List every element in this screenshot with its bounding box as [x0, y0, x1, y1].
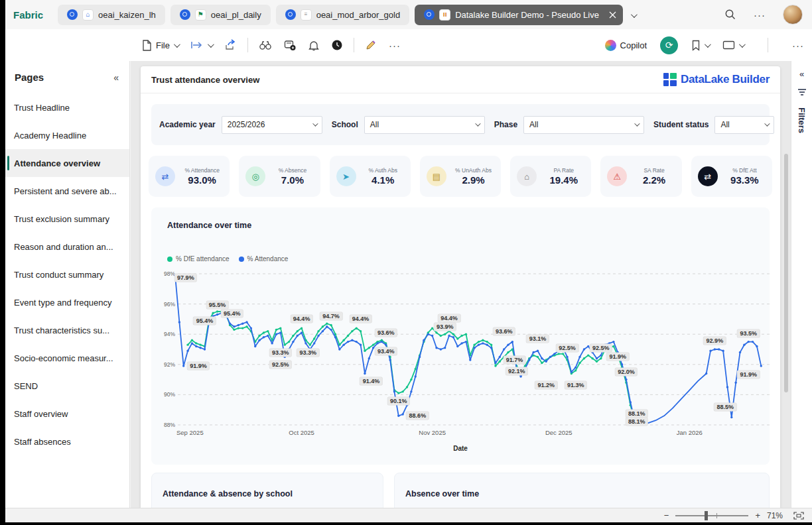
- sidebar-item-socio-economic-measur[interactable]: Socio-economic measur...: [5, 344, 129, 372]
- zoom-in-button[interactable]: +: [755, 510, 760, 520]
- file-menu-button[interactable]: File: [142, 40, 178, 51]
- topbar-more-icon[interactable]: ···: [754, 9, 766, 21]
- toolbar-divider-3: [768, 38, 768, 52]
- svg-text:98%: 98%: [164, 270, 175, 277]
- report-canvas: Trust attendance overview DataLake Build…: [141, 66, 780, 508]
- kpi-card-pa-rate[interactable]: ⌂PA Rate19.4%: [510, 156, 591, 197]
- page-title: Trust attendance overview: [151, 75, 259, 85]
- user-avatar[interactable]: [783, 5, 803, 25]
- share-icon[interactable]: [224, 39, 237, 51]
- close-tab-icon[interactable]: [609, 11, 616, 19]
- sidebar-item-trust-characteristics-su[interactable]: Trust characteristics su...: [5, 316, 129, 344]
- workspace-tabs: ⌂oeai_kaizen_lh⚑oeai_pl_daily≡oeai_mod_a…: [58, 5, 623, 25]
- copilot-label: Copilot: [620, 40, 647, 50]
- workspace-tab[interactable]: ≡oeai_mod_arbor_gold: [276, 5, 409, 25]
- item-type-badge-icon: [424, 9, 435, 20]
- copilot-icon: [605, 40, 616, 51]
- svg-text:Nov 2025: Nov 2025: [419, 429, 446, 436]
- kpi-card--attendance[interactable]: ⇄% Attendance93.0%: [149, 156, 230, 197]
- item-type-badge-icon: [180, 9, 190, 20]
- filter-value: All: [529, 120, 538, 129]
- notifications-bell-icon[interactable]: [308, 40, 319, 51]
- sidebar-item-label: Staff overview: [14, 409, 68, 419]
- card-title: Absence over time: [405, 489, 758, 498]
- add-note-icon[interactable]: [284, 40, 297, 51]
- tab-label: oeai_mod_arbor_gold: [316, 10, 400, 20]
- chevron-down-icon: [634, 121, 640, 126]
- active-report-tab[interactable]: ııDatalake Builder Demo - Pseudo Live: [415, 5, 623, 25]
- filter-dropdown[interactable]: All: [714, 116, 774, 134]
- filters-expand-icon[interactable]: «: [799, 69, 804, 79]
- filters-pane-collapsed: « Filters: [791, 61, 812, 508]
- chart-legend: % DfE attendance% Attendance: [167, 255, 288, 262]
- bookmark-button[interactable]: [691, 40, 709, 51]
- toolbar-right-more-icon[interactable]: ···: [792, 40, 804, 51]
- filter-dropdown[interactable]: All: [364, 116, 485, 134]
- sidebar-item-trust-headline[interactable]: Trust Headline: [5, 93, 129, 121]
- filter-label: School: [332, 120, 358, 129]
- svg-text:Oct 2025: Oct 2025: [289, 429, 314, 436]
- zoom-level: 71%: [767, 511, 787, 520]
- sidebar-item-label: Staff absences: [14, 437, 71, 447]
- copilot-button[interactable]: Copilot: [605, 40, 647, 51]
- kpi-label: PA Rate: [553, 167, 574, 174]
- report-header: Trust attendance overview DataLake Build…: [141, 66, 780, 93]
- attendance-line-chart[interactable]: 98%96%94%92%90%88%Sep 2025Oct 2025Nov 20…: [157, 267, 780, 447]
- filter-dropdown[interactable]: 2025/2026: [222, 116, 322, 134]
- kpi-card-sa-rate[interactable]: ⚠SA Rate2.2%: [600, 156, 681, 197]
- svg-text:96%: 96%: [164, 301, 175, 308]
- kpi-card--dfe-att[interactable]: ⇄% DfE Att93.3%: [691, 156, 772, 197]
- sidebar-item-academy-headline[interactable]: Academy Headline: [5, 121, 129, 149]
- filter-dropdown[interactable]: All: [523, 116, 644, 134]
- kpi-text: % Auth Abs4.1%: [362, 167, 404, 186]
- filter-funnel-icon[interactable]: [797, 88, 807, 97]
- fit-to-page-icon[interactable]: [793, 512, 804, 520]
- tab-overflow-chevron-icon[interactable]: [631, 9, 636, 21]
- sidebar-item-attendance-overview[interactable]: Attendance overview: [5, 149, 129, 177]
- sidebar-collapse-icon[interactable]: «: [113, 72, 119, 83]
- workspace-tab[interactable]: ⌂oeai_kaizen_lh: [58, 5, 165, 25]
- sidebar-item-trust-conduct-summary[interactable]: Trust conduct summary: [5, 261, 129, 288]
- sidebar-item-staff-absences[interactable]: Staff absences: [5, 428, 129, 455]
- presence-status-icon[interactable]: [331, 39, 343, 51]
- sidebar-item-reason-and-duration-an[interactable]: Reason and duration an...: [5, 233, 129, 261]
- chevron-down-icon: [475, 121, 480, 126]
- filter-value: 2025/2026: [228, 120, 265, 129]
- zoom-slider-handle[interactable]: [705, 511, 708, 520]
- view-mode-button[interactable]: [722, 40, 744, 50]
- sidebar-item-persistent-and-severe-ab[interactable]: Persistent and severe ab...: [5, 177, 129, 205]
- chart-svg: 98%96%94%92%90%88%Sep 2025Oct 2025Nov 20…: [157, 267, 780, 447]
- filter-student-status: Student statusAll: [653, 116, 774, 134]
- search-icon[interactable]: [724, 9, 736, 21]
- kpi-card--auth-abs[interactable]: ➤% Auth Abs4.1%: [330, 156, 411, 197]
- lakehouse-icon: ⌂: [82, 9, 94, 21]
- kpi-card--unauth-abs[interactable]: ▤% UnAuth Abs2.9%: [420, 156, 501, 197]
- edit-pencil-icon[interactable]: [365, 39, 377, 51]
- kpi-text: % Attendance93.0%: [181, 167, 223, 186]
- pages-sidebar: Pages « Trust HeadlineAcademy HeadlineAt…: [5, 61, 130, 508]
- canvas-scrollbar[interactable]: [784, 154, 788, 392]
- pages-title: Pages: [15, 72, 44, 83]
- refresh-button[interactable]: ⟳: [660, 36, 678, 54]
- explore-binoculars-icon[interactable]: [259, 40, 272, 50]
- sidebar-item-event-type-and-frequency[interactable]: Event type and frequency: [5, 288, 129, 316]
- attendance-absence-by-school-card[interactable]: Attendance & absence by school: [151, 473, 383, 508]
- absence-over-time-card[interactable]: Absence over time: [394, 473, 770, 508]
- zoom-slider[interactable]: [675, 515, 748, 516]
- report-icon: ıı: [439, 9, 450, 21]
- sidebar-item-label: Academy Headline: [14, 131, 86, 141]
- zoom-out-button[interactable]: −: [664, 510, 669, 520]
- filter-academic-year: Academic year2025/2026: [159, 116, 322, 134]
- sidebar-item-send[interactable]: SEND: [5, 372, 129, 400]
- sidebar-item-staff-overview[interactable]: Staff overview: [5, 400, 129, 428]
- sidebar-item-label: Trust conduct summary: [14, 270, 103, 280]
- export-button[interactable]: [190, 40, 212, 50]
- kpi-card--absence[interactable]: ◎% Absence7.0%: [239, 156, 320, 197]
- workspace-tab[interactable]: ⚑oeai_pl_daily: [170, 5, 271, 25]
- sidebar-item-trust-exclusion-summary[interactable]: Trust exclusion summary: [5, 205, 129, 233]
- toolbar-more-icon[interactable]: ···: [389, 40, 401, 51]
- fabric-logo[interactable]: Fabric: [13, 9, 43, 21]
- item-type-badge-icon: [67, 9, 78, 20]
- filters-pane-label[interactable]: Filters: [797, 107, 807, 133]
- notebook-icon: ≡: [301, 9, 312, 21]
